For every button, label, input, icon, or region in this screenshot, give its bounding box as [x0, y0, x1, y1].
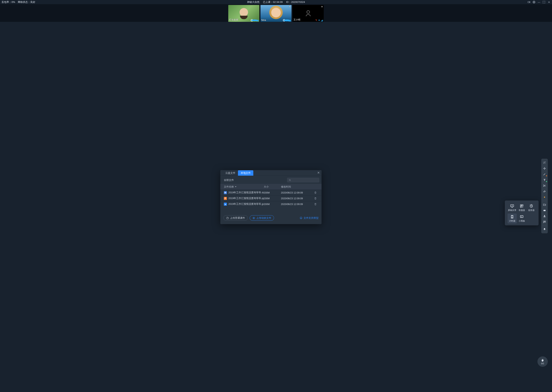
file-name: 2019年工作汇报情况查询等等.doc: [228, 191, 264, 194]
close-window-icon[interactable]: ✕: [547, 0, 551, 4]
network-status-value: 良好: [30, 0, 35, 3]
file-table-header: 文件名称 大小 修改时间: [220, 184, 322, 190]
elapsed-value: 02:34:09: [273, 0, 283, 3]
tool-buzzer[interactable]: 抢答器: [527, 203, 536, 213]
upload-normal-button[interactable]: 上传普通课件: [224, 215, 248, 221]
fullscreen-icon[interactable]: [542, 0, 545, 4]
raise-hand-icon: [541, 358, 544, 362]
delete-file-icon[interactable]: [312, 197, 319, 200]
file-row[interactable]: P 2019年工作汇报情况查询等等.ppt 200M 2020/06/23 12…: [220, 196, 322, 201]
packet-loss: 丢包率：0%: [1, 0, 15, 4]
pen-icon: [543, 173, 546, 176]
video-close-icon[interactable]: ✕: [321, 5, 323, 8]
video-name: 王小明: [293, 18, 300, 21]
upload-normal-label: 上传普通课件: [230, 216, 245, 220]
svg-point-14: [544, 196, 545, 197]
file-mtime: 2020/06/23 12:09:09: [281, 191, 312, 194]
video-name: Nina: [261, 19, 266, 21]
tab-cloud-files[interactable]: 云盘文件: [223, 170, 238, 175]
dialog-close-icon[interactable]: ✕: [317, 171, 320, 175]
svg-rect-0: [528, 1, 529, 3]
tool-move[interactable]: [542, 166, 547, 171]
file-size: 200M: [264, 203, 281, 205]
raise-hand-bubble[interactable]: 0/2: [537, 357, 548, 367]
tool-chat[interactable]: [542, 219, 547, 225]
bell-icon: [543, 228, 546, 231]
tool-screen-share[interactable]: 屏幕共享: [508, 203, 517, 213]
tool-timer[interactable]: 计时器: [508, 213, 517, 223]
blackboard-icon: [520, 215, 524, 219]
room-id-value: 2020070324: [291, 0, 305, 3]
video-tile-student[interactable]: 王小明 ✕: [293, 5, 324, 22]
video-tile-student[interactable]: Nina ✕: [261, 5, 291, 22]
delete-file-icon[interactable]: [312, 191, 319, 194]
svg-point-12: [544, 185, 544, 185]
packet-loss-value: 0%: [12, 0, 15, 3]
tool-color[interactable]: [542, 194, 547, 200]
video-indicators: [251, 19, 259, 21]
tool-answer[interactable]: 答题器: [517, 203, 526, 213]
video-close-icon[interactable]: ✕: [289, 5, 291, 8]
supported-file-types-link[interactable]: 文件支持类型: [300, 216, 319, 220]
tool-pen[interactable]: [542, 171, 547, 177]
packet-loss-label: 丢包率：: [1, 0, 12, 3]
toolbar-separator: [542, 201, 547, 201]
tool-label: 抢答器: [528, 209, 535, 212]
tool-bell[interactable]: [542, 226, 547, 232]
apps-icon: [543, 209, 546, 212]
settings-icon[interactable]: [532, 0, 536, 4]
file-search-box[interactable]: [287, 178, 319, 182]
video-tile-teacher[interactable]: 叮当老师: [228, 5, 259, 22]
timer-icon: [510, 215, 514, 219]
camera-toggle-icon[interactable]: [527, 0, 530, 4]
folder-icon: [543, 203, 546, 206]
play-circle-icon: [253, 217, 255, 219]
eraser-icon: [543, 190, 546, 193]
svg-rect-11: [520, 215, 523, 217]
tool-laser[interactable]: [542, 160, 547, 166]
tool-apps[interactable]: [542, 208, 547, 213]
tool-scissors[interactable]: [542, 183, 547, 189]
svg-point-3: [289, 179, 291, 181]
svg-point-13: [544, 186, 544, 187]
supported-file-types-label: 文件支持类型: [304, 216, 319, 220]
file-name: 2019年工作汇报情况查询等等.jpg: [228, 203, 264, 206]
svg-point-21: [544, 221, 545, 222]
laser-pointer-icon: [543, 161, 546, 164]
video-strip: 叮当老师 Nina ✕ 王小明 ✕: [0, 4, 552, 22]
file-type-doc-icon: W: [224, 191, 227, 194]
tab-local-files[interactable]: 本地文件: [238, 170, 253, 175]
file-search-input[interactable]: [292, 179, 317, 182]
network-status: 网络状态：良好: [18, 0, 35, 4]
svg-point-1: [534, 2, 534, 2]
upload-animated-button[interactable]: 上传动效文件: [250, 215, 274, 221]
pen-color-orange-dot: [546, 175, 547, 176]
tool-participants[interactable]: [542, 213, 547, 219]
tool-text[interactable]: [542, 177, 547, 183]
video-indicators: [315, 19, 323, 21]
minimize-icon[interactable]: —: [537, 0, 540, 4]
col-filename[interactable]: 文件名称: [224, 185, 264, 188]
sort-caret-icon: [235, 186, 237, 188]
dialog-toolbar: 全部文件: [220, 176, 322, 184]
file-row[interactable]: ▲ 2019年工作汇报情况查询等等.jpg 200M 2020/06/23 12…: [220, 201, 322, 207]
search-icon: [289, 179, 291, 181]
tool-blackboard[interactable]: 小黑板: [517, 213, 526, 223]
mic-icon: [318, 19, 320, 21]
delete-file-icon[interactable]: [312, 203, 319, 205]
file-row[interactable]: W 2019年工作汇报情况查询等等.doc 200M 2020/06/23 12…: [220, 190, 322, 196]
file-mtime: 2020/06/23 12:09:09: [281, 197, 312, 200]
class-title: 神秘大自然: [247, 0, 260, 4]
col-size[interactable]: 大小: [264, 185, 281, 188]
user-icon: [543, 215, 546, 218]
video-indicators: [283, 19, 291, 21]
col-modified[interactable]: 修改时间: [281, 185, 312, 188]
screen-share-icon: [510, 204, 514, 208]
tool-eraser[interactable]: [542, 189, 547, 194]
tool-folder[interactable]: [542, 202, 547, 208]
camera-off-icon: [304, 9, 312, 18]
svg-rect-15: [544, 210, 546, 211]
file-table-body: W 2019年工作汇报情况查询等等.doc 200M 2020/06/23 12…: [220, 190, 322, 213]
text-color-green-dot: [546, 181, 547, 182]
room-id: ID：2020070324: [286, 0, 305, 4]
